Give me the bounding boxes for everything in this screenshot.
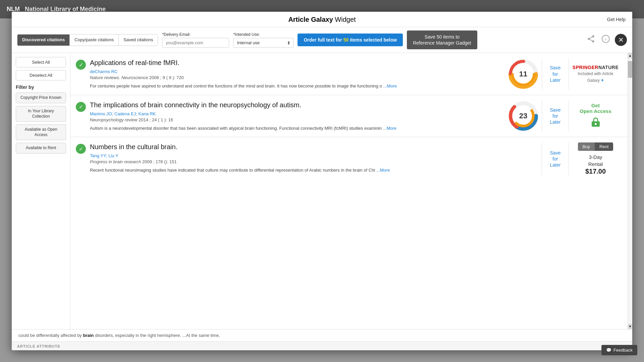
svg-point-1	[588, 38, 590, 40]
article-card: ✓ The implications of brain connectivity…	[70, 95, 628, 137]
intended-use-label: *Intended Use:	[233, 32, 293, 37]
select-all-button[interactable]: Select All	[16, 57, 66, 67]
delivery-email-input[interactable]	[162, 38, 229, 48]
save-btn-line2: Reference Manager Gadget	[413, 40, 471, 46]
bottom-bar: could be differentially affected by brai…	[12, 329, 632, 341]
tab-saved[interactable]: Saved citations	[119, 35, 158, 46]
article-1-included-text: Included with Article Galaxy +	[574, 71, 618, 83]
filter-available-to-rent[interactable]: Available to Rent	[16, 143, 66, 154]
toolbar-icons: ✕	[585, 33, 627, 47]
bottom-text-2: disorders, especially in the right hemis…	[95, 333, 220, 338]
intended-use-select[interactable]: Internal use Personal use Commercial use	[233, 38, 293, 48]
article-card: ✓ Numbers in the cultural brain. Tang YY…	[70, 137, 628, 181]
svg-point-2	[592, 41, 594, 43]
article-1-save-later[interactable]: SaveforLater	[550, 65, 561, 83]
delivery-email-field: *Delivery Email:	[162, 32, 229, 48]
article-3-body: Numbers in the cultural brain. Tang YY; …	[90, 142, 505, 175]
article-1-title: Applications of real-time fMRI.	[90, 58, 501, 67]
feedback-label: Feedback	[613, 348, 633, 353]
article-3-authors: Tang YY; Liu Y	[90, 153, 501, 158]
buy-rent-tabs: Buy Rent	[578, 142, 613, 151]
delivery-email-label: *Delivery Email:	[162, 32, 229, 37]
modal: Article Galaxy Widget Get Help Discovere…	[12, 12, 632, 350]
deselect-all-button[interactable]: Deselect All	[16, 70, 66, 80]
article-2-more-link[interactable]: ...More	[383, 126, 396, 131]
article-attribute-label: ARTICLE ATTRIBUTE	[17, 344, 60, 348]
feedback-button[interactable]: 💬 Feedback	[601, 345, 637, 355]
article-1-abstract: For centuries people have aspired to und…	[90, 83, 501, 89]
article-2-title: The implications of brain connectivity i…	[90, 101, 501, 109]
buy-tab-button[interactable]: Buy	[578, 142, 595, 151]
article-1-provider: SPRINGERNATURE Included with Article Gal…	[569, 58, 622, 89]
article-3-title: Numbers in the cultural brain.	[90, 142, 501, 151]
get-help-link[interactable]: Get Help	[607, 17, 626, 22]
intended-use-wrapper: Internal use Personal use Commercial use…	[233, 38, 293, 48]
order-full-text-button[interactable]: Order full text for 50 items selected be…	[298, 34, 403, 46]
articles-list: ✓ Applications of real-time fMRI. deChar…	[70, 53, 628, 329]
article-2-journal: Neuropsychology review 2014 ; 24 ( 1 ): …	[90, 117, 501, 122]
intended-use-field: *Intended Use: Internal use Personal use…	[233, 32, 293, 48]
bottom-text-bold: brain	[83, 333, 94, 338]
filter-copyright-price-known[interactable]: Copyright Price Known	[16, 93, 66, 103]
sidebar: Select All Deselect All Filter by Copyri…	[12, 53, 70, 329]
feedback-icon: 💬	[606, 348, 611, 353]
scrollbar: ▲ ▼	[628, 53, 632, 329]
article-2-save-later[interactable]: SaveforLater	[550, 107, 561, 125]
article-3-journal: Progress in brain research 2009 ; 178 ()…	[90, 159, 501, 164]
filter-open-access[interactable]: Available as Open Access	[16, 124, 66, 140]
article-2-actions: SaveforLater	[542, 101, 569, 132]
article-3-abstract: Recent functional neuroimaging studies h…	[90, 167, 501, 174]
article-2-score: 23	[505, 101, 542, 132]
article-3-actions: SaveforLater	[542, 142, 569, 175]
order-btn-line1: Order full text for	[304, 37, 342, 43]
rental-price: $17.00	[585, 168, 606, 175]
article-1-checkbox-area: ✓	[76, 58, 86, 89]
scrollbar-thumb[interactable]	[628, 61, 632, 78]
article-attribute-bar: ARTICLE ATTRIBUTE	[12, 341, 632, 350]
main-content: Select All Deselect All Filter by Copyri…	[12, 53, 632, 329]
svg-point-19	[595, 123, 597, 125]
modal-title-bar: Article Galaxy Widget Get Help	[12, 12, 632, 27]
scroll-up-button[interactable]: ▲	[628, 53, 632, 58]
article-1-journal: Nature reviews. Neuroscience 2008 ; 9 ( …	[90, 75, 501, 80]
article-3-save-later[interactable]: SaveforLater	[550, 150, 561, 168]
article-2-checkbox-area: ✓	[76, 101, 86, 132]
article-1-more-link[interactable]: ...More	[383, 83, 396, 88]
article-3-provider: Buy Rent 3-DayRental $17.00	[569, 142, 622, 175]
article-1-actions: SaveforLater	[542, 58, 569, 89]
save-reference-button[interactable]: Save 50 items to Reference Manager Gadge…	[407, 31, 477, 49]
share-icon-button[interactable]	[585, 33, 597, 47]
filter-in-your-library[interactable]: In Your Library Collection	[16, 106, 66, 122]
modal-title: Article Galaxy Widget	[288, 16, 356, 23]
article-2-authors: Maximo JO; Cadena EJ; Kana RK	[90, 111, 501, 116]
article-3-checkbox[interactable]: ✓	[76, 144, 86, 154]
rental-info: 3-DayRental $17.00	[585, 154, 606, 175]
article-1-score-number: 11	[519, 70, 527, 78]
article-2-body: The implications of brain connectivity i…	[90, 101, 505, 132]
rent-tab-button[interactable]: Rent	[595, 142, 613, 151]
info-icon-button[interactable]	[600, 33, 611, 47]
modal-title-bold: Article Galaxy	[288, 16, 333, 23]
get-open-access-button[interactable]: GetOpen Access	[580, 103, 611, 114]
svg-line-4	[590, 37, 592, 38]
bottom-text-1: could be differentially affected by	[18, 333, 83, 338]
close-button[interactable]: ✕	[615, 34, 627, 46]
tab-discovered[interactable]: Discovered citations	[17, 35, 70, 46]
rental-days: 3-DayRental	[585, 154, 606, 168]
article-3-checkbox-area: ✓	[76, 142, 86, 175]
article-1-body: Applications of real-time fMRI. deCharms…	[90, 58, 505, 89]
article-2-checkbox[interactable]: ✓	[76, 102, 86, 112]
open-access-icon[interactable]	[590, 117, 601, 129]
save-btn-line1: Save 50 items to	[425, 34, 460, 40]
svg-line-3	[590, 40, 592, 41]
article-1-checkbox[interactable]: ✓	[76, 60, 86, 70]
scroll-down-button[interactable]: ▼	[628, 324, 632, 329]
toolbar: Discovered citations Copy/paste citation…	[12, 27, 632, 53]
tab-group: Discovered citations Copy/paste citation…	[17, 34, 158, 46]
article-1-score: 11	[505, 58, 542, 89]
springer-nature-logo: SPRINGERNATURE	[573, 65, 619, 70]
tab-copypaste[interactable]: Copy/paste citations	[70, 35, 119, 46]
order-btn-count: 50	[343, 37, 349, 43]
article-3-more-link[interactable]: ...More	[376, 168, 390, 173]
article-2-abstract: Autism is a neurodevelopmental disorder …	[90, 125, 501, 132]
